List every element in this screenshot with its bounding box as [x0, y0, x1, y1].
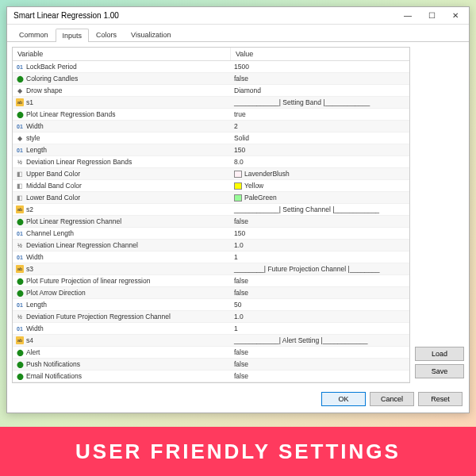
variable-cell: 01Width	[13, 121, 231, 131]
value-cell[interactable]: 50	[231, 300, 409, 309]
value-label: Solid	[234, 134, 249, 142]
value-cell[interactable]: 2	[231, 121, 409, 131]
value-cell[interactable]: Yellow	[231, 181, 409, 190]
table-row[interactable]: 01Length50	[13, 299, 409, 311]
table-row[interactable]: 01LockBack Period1500	[13, 61, 409, 73]
reset-button[interactable]: Reset	[418, 392, 463, 406]
variable-label: Length	[26, 301, 47, 309]
number-icon: 01	[16, 301, 24, 309]
variable-cell: ⬤Plot Future Projection of linear regres…	[13, 276, 231, 286]
value-label: false	[234, 75, 248, 83]
value-label: 1500	[234, 63, 249, 71]
value-cell[interactable]: ____________| Setting Band |____________	[231, 98, 409, 107]
number-icon: 01	[16, 122, 24, 130]
variable-label: Plot Future Projection of linear regress…	[26, 277, 150, 285]
table-row[interactable]: abs4____________| Alert Setting |_______…	[13, 335, 409, 347]
string-icon: ab	[16, 265, 24, 273]
value-cell[interactable]: false	[231, 74, 409, 83]
variable-label: Upper Band Color	[26, 170, 80, 178]
value-cell[interactable]: Solid	[231, 133, 409, 143]
table-row[interactable]: ◆styleSolid	[13, 132, 409, 144]
variable-label: Lower Band Color	[26, 194, 80, 202]
table-row[interactable]: ⬤Push Notificationsfalse	[13, 359, 409, 370]
table-row[interactable]: 01Width2	[13, 121, 409, 132]
value-label: false	[234, 289, 248, 297]
value-cell[interactable]: ____________| Alert Setting |___________…	[231, 336, 409, 345]
value-cell[interactable]: ________| Future Projection Channel |___…	[231, 264, 409, 274]
cancel-button[interactable]: Cancel	[370, 392, 414, 406]
shape-icon: ◆	[16, 86, 24, 94]
table-row[interactable]: 01Width1	[13, 251, 409, 263]
variable-label: Alert	[26, 348, 40, 356]
table-row[interactable]: ◧Upper Band ColorLavenderBlush	[13, 168, 409, 180]
table-row[interactable]: ⬤Plot Arrow Directionfalse	[13, 287, 409, 299]
value-cell[interactable]: LavenderBlush	[231, 169, 409, 178]
table-row[interactable]: 01Width1	[13, 323, 409, 335]
tab-visualization[interactable]: Visualization	[124, 28, 178, 41]
table-row[interactable]: ½Deviation Linear Regression Bands8.0	[13, 156, 409, 168]
content: Variable Value 01LockBack Period1500⬤Col…	[7, 42, 469, 388]
table-row[interactable]: 01Channel Length150	[13, 228, 409, 240]
value-label: ____________| Setting Band |____________	[234, 98, 370, 106]
variable-label: Width	[26, 253, 44, 261]
table-row[interactable]: ◧Lower Band ColorPaleGreen	[13, 192, 409, 204]
table-row[interactable]: ⬤Coloring Candlesfalse	[13, 73, 409, 85]
value-cell[interactable]: 150	[231, 228, 409, 238]
table-row[interactable]: ⬤Email Notificationsfalse	[13, 370, 409, 382]
value-label: ____________| Setting Channel |_________…	[234, 205, 379, 213]
save-button[interactable]: Save	[415, 364, 464, 378]
variable-label: Width	[26, 122, 44, 130]
value-cell[interactable]: false	[231, 276, 409, 286]
value-cell[interactable]: 8.0	[231, 157, 409, 167]
value-cell[interactable]: false	[231, 217, 409, 226]
value-label: 150	[234, 229, 245, 237]
value-cell[interactable]: 150	[231, 145, 409, 155]
table-row[interactable]: abs2____________| Setting Channel |_____…	[13, 204, 409, 216]
value-cell[interactable]: false	[231, 288, 409, 298]
table-row[interactable]: abs1____________| Setting Band |________…	[13, 97, 409, 109]
table-row[interactable]: ⬤Alertfalse	[13, 347, 409, 359]
table-row[interactable]: ◆Drow shapeDiamond	[13, 85, 409, 97]
variable-cell: 01Width	[13, 324, 231, 333]
value-cell[interactable]: ____________| Setting Channel |_________…	[231, 205, 409, 214]
variable-label: Deviation Linear Regression Bands	[26, 158, 132, 166]
table-row[interactable]: ⬤Plot Linear Regression Channelfalse	[13, 216, 409, 228]
value-cell[interactable]: false	[231, 347, 409, 357]
load-button[interactable]: Load	[415, 347, 464, 361]
table-row[interactable]: abs3________| Future Projection Channel …	[13, 263, 409, 275]
value-cell[interactable]: 1	[231, 324, 409, 333]
table-row[interactable]: ½Deviation Future Projection Regression …	[13, 311, 409, 323]
header-variable[interactable]: Variable	[13, 48, 231, 60]
value-cell[interactable]: Diamond	[231, 86, 409, 95]
side-buttons: Load Save	[410, 47, 464, 383]
fraction-icon: ½	[16, 313, 24, 321]
variable-cell: ⬤Coloring Candles	[13, 74, 231, 83]
variable-label: Width	[26, 324, 44, 332]
shape-icon: ◆	[16, 134, 24, 142]
tab-inputs[interactable]: Inputs	[56, 29, 90, 42]
table-row[interactable]: ⬤Plot Future Projection of linear regres…	[13, 275, 409, 287]
value-cell[interactable]: 1.0	[231, 312, 409, 321]
value-cell[interactable]: 1.0	[231, 240, 409, 250]
value-cell[interactable]: false	[231, 371, 409, 381]
number-icon: 01	[16, 63, 24, 71]
table-row[interactable]: ◧Middal Band ColorYellow	[13, 180, 409, 192]
maximize-button[interactable]: ☐	[420, 8, 443, 24]
header-value[interactable]: Value	[231, 48, 409, 60]
value-cell[interactable]: 1	[231, 252, 409, 262]
close-button[interactable]: ✕	[443, 8, 467, 24]
tab-common[interactable]: Common	[12, 28, 56, 41]
value-cell[interactable]: true	[231, 109, 409, 119]
value-label: 1	[234, 324, 238, 332]
variable-label: Deviation Linear Regression Channel	[26, 241, 138, 249]
tab-colors[interactable]: Colors	[89, 28, 124, 41]
minimize-button[interactable]: —	[396, 8, 420, 24]
ok-button[interactable]: OK	[321, 392, 366, 406]
table-row[interactable]: ½Deviation Linear Regression Channel1.0	[13, 240, 409, 251]
value-label: false	[234, 372, 248, 380]
table-row[interactable]: 01Length150	[13, 144, 409, 156]
table-row[interactable]: ⬤Plot Linear Regression Bandstrue	[13, 109, 409, 121]
value-cell[interactable]: 1500	[231, 62, 409, 71]
value-cell[interactable]: false	[231, 359, 409, 369]
value-cell[interactable]: PaleGreen	[231, 193, 409, 202]
